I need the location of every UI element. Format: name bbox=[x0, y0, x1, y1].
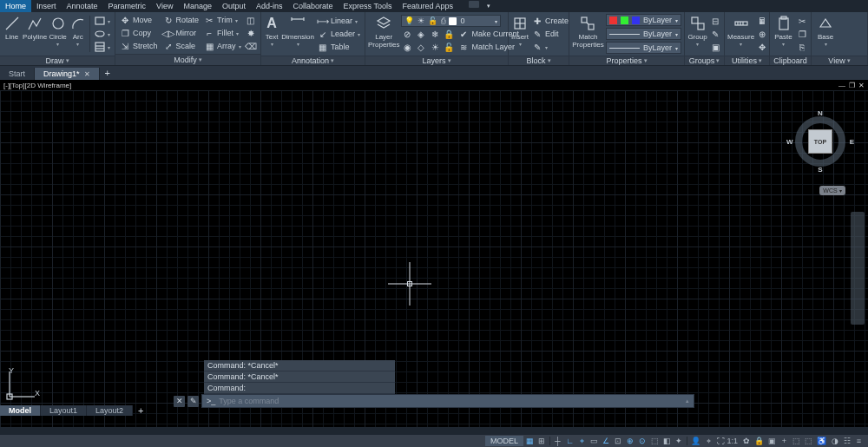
circle-button[interactable]: Circle ▾ bbox=[49, 14, 67, 54]
panel-title-properties[interactable]: Properties▾ bbox=[569, 56, 684, 65]
calc-button[interactable]: 🖩 bbox=[756, 15, 768, 27]
menu-manage[interactable]: Manage bbox=[178, 0, 217, 12]
scale-button[interactable]: ⛶ 1:1 bbox=[715, 436, 740, 446]
ortho-toggle[interactable]: ∟ bbox=[564, 436, 575, 446]
line-button[interactable]: Line bbox=[3, 14, 21, 54]
grid-toggle[interactable]: ▦ bbox=[524, 436, 536, 446]
layer-off-button[interactable]: ⊘ bbox=[401, 28, 413, 40]
dyn-toggle[interactable]: ⊙ bbox=[637, 436, 648, 446]
new-layout-button[interactable]: + bbox=[133, 405, 148, 416]
viewport-label[interactable]: [-][Top][2D Wireframe] bbox=[3, 82, 71, 89]
tab-model[interactable]: Model bbox=[0, 405, 41, 416]
viewcube-n[interactable]: N bbox=[818, 109, 823, 117]
panel-title-view[interactable]: View▾ bbox=[812, 56, 867, 65]
hardware-accel-button[interactable]: ⬚ bbox=[803, 436, 814, 446]
panel-title-clipboard[interactable]: Clipboard bbox=[770, 56, 811, 65]
menu-express[interactable]: Express Tools bbox=[339, 0, 398, 12]
nav-showmotion-button[interactable] bbox=[852, 270, 863, 280]
edit-block-button[interactable]: ✎Edit bbox=[530, 28, 570, 40]
move-button[interactable]: ✥Move bbox=[118, 14, 160, 26]
group-edit-button[interactable]: ✎ bbox=[709, 28, 721, 40]
menu-dropdown-icon[interactable]: ▾ bbox=[482, 1, 496, 11]
menu-button[interactable]: ≡ bbox=[853, 436, 865, 446]
osnap-toggle[interactable]: ∠ bbox=[601, 436, 612, 446]
workspace-button[interactable]: ▣ bbox=[766, 436, 778, 446]
graphics-perf-button[interactable]: ♿ bbox=[815, 436, 828, 446]
cmd-close-button[interactable]: ✕ bbox=[174, 396, 185, 407]
panel-toggle-icon[interactable] bbox=[469, 1, 479, 8]
annoscale-button[interactable]: ⌖ bbox=[703, 436, 714, 446]
new-tab-button[interactable]: + bbox=[100, 66, 115, 80]
scale-button[interactable]: ⤢Scale bbox=[161, 40, 201, 52]
vp-restore-icon[interactable]: ❐ bbox=[849, 82, 855, 89]
layer-iso-button[interactable]: ◈ bbox=[415, 28, 427, 40]
vp-minimize-icon[interactable]: — bbox=[838, 82, 845, 89]
menu-featured[interactable]: Featured Apps bbox=[397, 0, 458, 12]
qp-toggle[interactable]: ✦ bbox=[674, 436, 685, 446]
ellipse-button[interactable]: ▾ bbox=[93, 28, 112, 40]
dimension-button[interactable]: Dimension▾ bbox=[281, 14, 314, 54]
lwt-toggle[interactable]: ⬚ bbox=[649, 436, 661, 446]
measure-button[interactable]: Measure▾ bbox=[727, 14, 754, 54]
erase-button[interactable]: ⌫ bbox=[245, 40, 257, 52]
customize-button[interactable]: ☷ bbox=[841, 436, 852, 446]
stretch-button[interactable]: ⇲Stretch bbox=[118, 40, 160, 52]
group-button[interactable]: Group▾ bbox=[687, 14, 707, 54]
model-space-button[interactable]: MODEL bbox=[485, 436, 523, 446]
tab-start[interactable]: Start bbox=[0, 68, 35, 80]
clean-screen-button[interactable]: ◑ bbox=[829, 436, 840, 446]
nav-zoom-button[interactable] bbox=[852, 242, 863, 253]
iso-plane-button[interactable]: ⬚ bbox=[791, 436, 802, 446]
layer-lock-button[interactable]: 🔒 bbox=[443, 28, 455, 40]
mirror-button[interactable]: ◁▷Mirror bbox=[161, 27, 201, 39]
point-button[interactable]: ⊕ bbox=[756, 28, 768, 40]
array-button[interactable]: ▦Array▾ bbox=[202, 40, 243, 52]
menu-parametric[interactable]: Parametric bbox=[103, 0, 152, 12]
vp-close-icon[interactable]: ✕ bbox=[858, 82, 865, 89]
menu-view[interactable]: View bbox=[151, 0, 178, 12]
cmd-recent-button[interactable]: ✎ bbox=[187, 396, 199, 407]
panel-title-groups[interactable]: Groups▾ bbox=[685, 56, 724, 65]
trim-button[interactable]: ✂Trim▾ bbox=[202, 14, 243, 26]
nav-wheel-button[interactable] bbox=[852, 214, 863, 225]
arc-button[interactable]: Arc ▾ bbox=[69, 14, 87, 54]
tab-drawing1[interactable]: Drawing1*✕ bbox=[35, 68, 100, 80]
drawing-canvas[interactable]: Y X TOP N S W E WCS▾ Command: *Cancel* C… bbox=[0, 90, 868, 427]
lock-ui-button[interactable]: 🔒 bbox=[753, 436, 766, 446]
command-input[interactable]: >_ Type a command ▴ bbox=[201, 394, 694, 408]
menu-insert[interactable]: Insert bbox=[31, 0, 62, 12]
polyline-button[interactable]: Polyline bbox=[23, 14, 47, 54]
group-bbox-button[interactable]: ▣ bbox=[709, 41, 721, 53]
cmd-expand-icon[interactable]: ▴ bbox=[686, 398, 689, 404]
infer-toggle[interactable]: ┼ bbox=[552, 436, 563, 446]
leader-button[interactable]: ↙Leader▾ bbox=[316, 28, 362, 40]
polar-toggle[interactable]: ⌖ bbox=[576, 436, 588, 446]
nav-orbit-button[interactable] bbox=[852, 256, 863, 266]
layer-freeze-button[interactable]: ❄ bbox=[429, 28, 441, 40]
viewcube-w[interactable]: W bbox=[786, 138, 793, 146]
offset-button[interactable]: ◫ bbox=[245, 14, 257, 26]
tab-layout2[interactable]: Layout2 bbox=[87, 405, 133, 416]
linear-button[interactable]: ⟼Linear▾ bbox=[316, 15, 362, 27]
viewcube-top[interactable]: TOP bbox=[808, 129, 832, 154]
explode-button[interactable]: ✸ bbox=[245, 27, 257, 39]
layer-dropdown[interactable]: 💡 ☀ 🔓 ⎙ 0 ▾ bbox=[401, 15, 501, 27]
menu-annotate[interactable]: Annotate bbox=[62, 0, 103, 12]
create-block-button[interactable]: ✚Create bbox=[530, 15, 570, 27]
edit-attr-button[interactable]: ✎▾ bbox=[530, 41, 570, 53]
text-button[interactable]: A Text▾ bbox=[264, 14, 279, 54]
table-button[interactable]: ▦Table bbox=[316, 41, 362, 53]
iso-toggle[interactable]: ▭ bbox=[589, 436, 600, 446]
annovis-button[interactable]: ✿ bbox=[740, 436, 752, 446]
base-view-button[interactable]: Base▾ bbox=[814, 14, 837, 54]
rectangle-button[interactable]: ▾ bbox=[93, 15, 112, 27]
panel-title-utilities[interactable]: Utilities▾ bbox=[725, 56, 769, 65]
close-icon[interactable]: ✕ bbox=[84, 70, 90, 78]
nav-pan-button[interactable] bbox=[852, 228, 863, 239]
menu-collaborate[interactable]: Collaborate bbox=[288, 0, 339, 12]
otrack-toggle[interactable]: ⊕ bbox=[625, 436, 636, 446]
select-button[interactable]: ✥ bbox=[756, 41, 768, 53]
linetype-dropdown[interactable]: ByLayer▾ bbox=[606, 42, 681, 54]
menu-output[interactable]: Output bbox=[217, 0, 251, 12]
layer-uniso-button[interactable]: ◇ bbox=[415, 41, 427, 53]
